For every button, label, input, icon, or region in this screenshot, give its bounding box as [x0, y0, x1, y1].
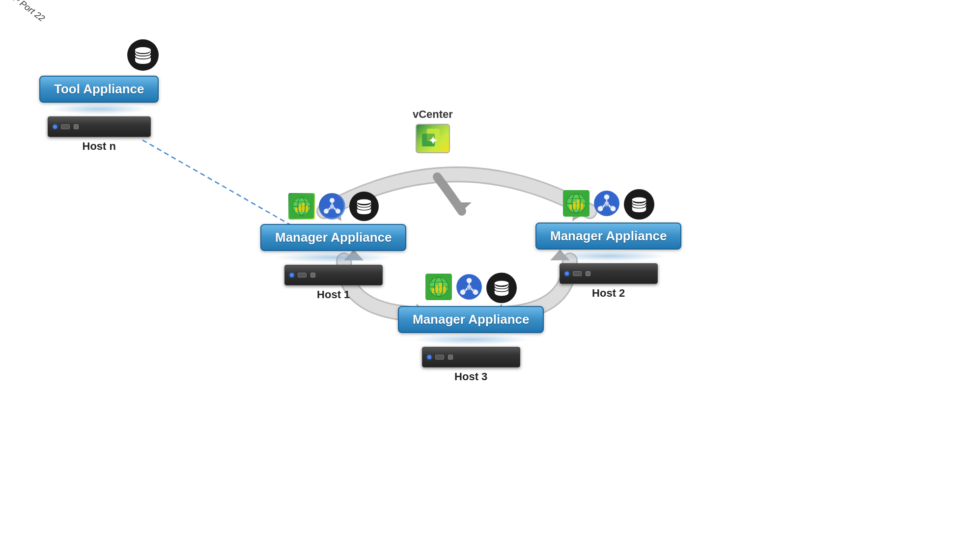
manager3-globe-icon: [425, 274, 452, 302]
svg-point-77: [494, 281, 508, 286]
svg-point-68: [466, 278, 472, 283]
svg-point-26: [330, 198, 335, 203]
svg-rect-42: [569, 205, 572, 209]
manager2-group: Manager Appliance Host 2: [535, 189, 681, 300]
device-button: [74, 124, 79, 129]
vcenter-group: vCenter ✦: [413, 108, 453, 153]
svg-marker-7: [451, 202, 472, 211]
svg-rect-24: [306, 206, 308, 212]
manager3-host-device: [422, 347, 520, 367]
tool-db-icon: [127, 39, 159, 71]
manager2-host-label: Host 2: [592, 287, 625, 300]
svg-point-48: [597, 206, 603, 211]
svg-point-56: [632, 197, 646, 202]
device-led-4: [427, 355, 431, 359]
svg-point-69: [460, 289, 465, 295]
svg-rect-65: [439, 283, 442, 292]
manager3-db-icon: [486, 273, 517, 303]
tcp-port-label: TCP Port 22: [2, 0, 47, 24]
manager1-host-shadow: [275, 252, 393, 263]
device-button-3: [586, 271, 590, 276]
manager2-mesh-icon: [593, 190, 620, 219]
manager2-host-device: [560, 263, 658, 284]
device-led-3: [565, 272, 569, 276]
svg-point-10: [135, 47, 151, 53]
svg-point-50: [604, 201, 609, 206]
device-led-2: [290, 273, 294, 277]
svg-point-70: [473, 289, 478, 295]
manager2-host-shadow: [550, 251, 668, 261]
manager1-label: Manager Appliance: [260, 224, 406, 251]
manager3-host-shadow: [412, 334, 530, 345]
manager1-group: Manager Appliance Host 1: [260, 192, 406, 301]
svg-rect-22: [299, 205, 301, 212]
manager3-mesh-icon: [456, 274, 482, 302]
vcenter-label: vCenter: [413, 108, 453, 121]
svg-rect-66: [443, 286, 445, 293]
manager2-globe-icon: [563, 190, 589, 219]
device-slot-2: [298, 273, 307, 278]
svg-text:✦: ✦: [428, 135, 437, 147]
manager3-host-label: Host 3: [454, 370, 487, 383]
tool-host-label: Host n: [83, 140, 116, 153]
svg-rect-63: [432, 288, 434, 293]
device-slot-3: [573, 271, 582, 276]
svg-point-71: [467, 285, 471, 289]
manager3-label: Manager Appliance: [398, 306, 544, 333]
manager1-globe-icon: [288, 193, 315, 220]
manager1-mesh-icon: [319, 193, 345, 220]
svg-point-28: [336, 209, 340, 214]
device-slot-4: [435, 355, 444, 360]
manager2-db-icon: [624, 189, 654, 220]
vcenter-icon: ✦: [416, 124, 450, 153]
tool-host-device: [48, 116, 151, 137]
device-led: [53, 125, 57, 129]
tool-host-shadow: [50, 104, 148, 114]
device-button-4: [448, 355, 453, 360]
svg-rect-44: [577, 199, 579, 209]
svg-rect-23: [302, 203, 305, 212]
tool-appliance-group: Tool Appliance Host n: [39, 39, 159, 153]
manager3-group: Manager Appliance Host 3: [398, 273, 544, 383]
svg-point-35: [357, 199, 371, 204]
svg-point-27: [324, 209, 329, 214]
tool-appliance-label: Tool Appliance: [39, 76, 159, 103]
device-slot: [61, 124, 70, 129]
manager1-db-icon: [349, 192, 379, 221]
svg-point-49: [610, 206, 616, 211]
svg-rect-21: [295, 208, 298, 212]
manager1-host-device: [284, 265, 383, 285]
manager1-host-label: Host 1: [317, 288, 350, 301]
svg-rect-45: [580, 203, 583, 209]
device-button-2: [310, 273, 315, 278]
svg-point-29: [330, 204, 334, 208]
diagram-container: TCP Port 22 Tool Appliance Host n vCente…: [0, 0, 954, 560]
svg-rect-43: [573, 202, 575, 209]
svg-point-47: [604, 195, 609, 200]
svg-rect-64: [435, 285, 438, 293]
manager2-label: Manager Appliance: [535, 223, 681, 250]
